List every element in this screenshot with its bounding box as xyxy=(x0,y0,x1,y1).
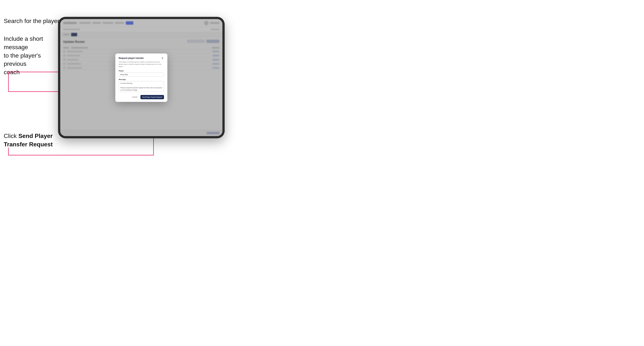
annotation-click: Click Send PlayerTransfer Request xyxy=(4,132,56,149)
modal-title: Request player transfer xyxy=(119,57,144,59)
player-input[interactable] xyxy=(119,73,164,77)
modal-actions: Cancel Send Player Transfer Request xyxy=(119,95,164,99)
tablet-screen: Update Roster xyxy=(60,19,222,136)
message-label: Message xyxy=(119,78,164,80)
cancel-button[interactable]: Cancel xyxy=(131,95,138,99)
message-textarea[interactable]: Hi Coach McHarg, Please accept this tran… xyxy=(119,81,164,92)
send-transfer-request-button[interactable]: Send Player Transfer Request xyxy=(140,95,164,99)
modal-overlay: Request player transfer ✕ If the player … xyxy=(60,19,222,136)
request-transfer-modal: Request player transfer ✕ If the player … xyxy=(115,53,167,102)
tablet-device: Update Roster xyxy=(58,17,225,138)
modal-header: Request player transfer ✕ xyxy=(119,57,164,59)
modal-description: If the player is transferring from anoth… xyxy=(119,61,164,68)
annotation-search: Search for the player. xyxy=(4,17,61,25)
player-label: Player xyxy=(119,70,164,72)
annotation-message: Include a short messageto the player's p… xyxy=(4,35,56,76)
modal-close-button[interactable]: ✕ xyxy=(161,57,164,59)
